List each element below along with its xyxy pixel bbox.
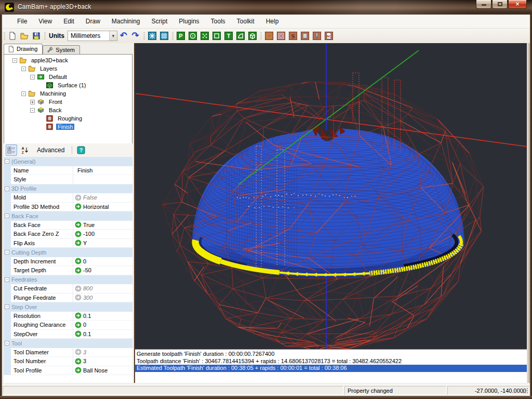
property-row-tool-profile[interactable]: Tool ProfileBall Nose bbox=[4, 366, 132, 376]
property-section--general-[interactable]: -(General) bbox=[4, 157, 132, 166]
tree-item-label[interactable]: Default bbox=[47, 74, 69, 80]
minimize-button[interactable] bbox=[476, 0, 491, 9]
property-section-step-over[interactable]: -Step Over bbox=[4, 302, 132, 312]
menu-item-draw[interactable]: Draw bbox=[80, 16, 106, 27]
collapse-icon[interactable]: - bbox=[5, 214, 9, 218]
draw-rectangle-button[interactable] bbox=[210, 30, 222, 42]
set-value-icon[interactable] bbox=[75, 358, 82, 365]
set-value-icon[interactable] bbox=[75, 203, 82, 210]
menu-item-plugins[interactable]: Plugins bbox=[173, 16, 205, 27]
collapse-icon[interactable]: - bbox=[5, 341, 9, 345]
log-line-3[interactable]: Estimated Toolpath 'Finish' duration : 0… bbox=[135, 365, 527, 372]
menu-item-script[interactable]: Script bbox=[146, 16, 174, 27]
menu-item-view[interactable]: View bbox=[33, 16, 58, 27]
set-value-icon[interactable] bbox=[75, 322, 82, 328]
show-grid-button[interactable] bbox=[158, 30, 170, 42]
tab-system[interactable]: System bbox=[43, 45, 80, 54]
set-value-icon[interactable] bbox=[75, 330, 82, 337]
draw-text-button[interactable]: T bbox=[222, 30, 234, 42]
snap-to-grid-button[interactable] bbox=[146, 30, 158, 42]
collapse-icon[interactable]: - bbox=[12, 58, 17, 63]
property-value[interactable]: -50 bbox=[73, 266, 132, 275]
units-select[interactable]: Millimeters▼ bbox=[68, 31, 117, 41]
set-value-icon[interactable] bbox=[75, 312, 82, 319]
tree-item-surface-1-[interactable]: Surface (1) bbox=[4, 81, 132, 89]
draw-polyline-button[interactable]: P bbox=[175, 30, 187, 42]
property-value[interactable]: 0.1 bbox=[73, 330, 132, 339]
property-row-mold[interactable]: MoldFalse bbox=[4, 193, 132, 203]
property-row-resolution[interactable]: Resolution0.1 bbox=[4, 312, 132, 321]
property-row-name[interactable]: NameFinish bbox=[4, 166, 132, 176]
expand-icon[interactable]: + bbox=[30, 100, 35, 104]
property-row-flip-axis[interactable]: Flip AxisY bbox=[4, 239, 132, 248]
menu-item-toolkit[interactable]: Toolkit bbox=[231, 16, 260, 27]
undo-button[interactable]: ↶ bbox=[117, 30, 129, 42]
tree-item-label[interactable]: Finish bbox=[56, 124, 74, 130]
tree-item-apple3d-back[interactable]: -apple3D+back bbox=[4, 56, 132, 64]
property-row-roughing-clearance[interactable]: Roughing Clearance0 bbox=[4, 321, 132, 330]
property-value[interactable]: 3 bbox=[73, 357, 132, 366]
categorized-view-button[interactable] bbox=[6, 144, 17, 156]
tree-item-label[interactable]: apple3D+back bbox=[30, 57, 70, 63]
property-row-tool-diameter[interactable]: Tool Diameter3 bbox=[4, 348, 132, 357]
resize-grip[interactable] bbox=[522, 388, 529, 394]
mop-drill-button[interactable] bbox=[311, 30, 323, 42]
tree-item-front[interactable]: +Front bbox=[4, 98, 132, 106]
property-row-back-face-zero-z[interactable]: Back Face Zero Z-100 bbox=[4, 230, 132, 239]
draw-circle-button[interactable] bbox=[187, 30, 198, 42]
menu-item-machining[interactable]: Machining bbox=[106, 16, 146, 27]
property-value[interactable]: 0 bbox=[73, 321, 132, 330]
property-row-depth-increment[interactable]: Depth Increment0 bbox=[4, 257, 132, 267]
3d-viewport[interactable] bbox=[135, 43, 527, 349]
collapse-icon[interactable]: - bbox=[30, 75, 35, 79]
property-grid[interactable]: -(General)NameFinishStyle-3D ProfileMold… bbox=[4, 157, 132, 399]
redo-button[interactable]: ↷ bbox=[129, 30, 141, 42]
property-row-profile-3d-method[interactable]: Profile 3D MethodHorizontal bbox=[4, 203, 132, 212]
property-value[interactable]: 300 bbox=[73, 294, 132, 303]
inherited-value-icon[interactable] bbox=[75, 194, 82, 201]
collapse-icon[interactable]: - bbox=[5, 250, 9, 255]
advanced-button[interactable]: Advanced bbox=[33, 145, 69, 155]
help-button[interactable]: ? bbox=[75, 144, 87, 156]
create-gcode-button[interactable]: NC bbox=[323, 30, 335, 42]
property-value[interactable]: -100 bbox=[73, 230, 132, 239]
tree-item-machining[interactable]: -Machining bbox=[4, 89, 132, 98]
message-log[interactable]: Generate toolpath 'Finish' duration : 00… bbox=[135, 349, 527, 383]
mop-engrave-button[interactable]: S bbox=[287, 30, 299, 42]
collapse-icon[interactable]: - bbox=[21, 91, 26, 96]
tree-item-layers[interactable]: -Layers bbox=[4, 64, 132, 73]
property-section-back-face[interactable]: -Back Face bbox=[4, 211, 132, 221]
log-line-2[interactable]: Toolpath distance 'Finish' : 30467.78144… bbox=[135, 358, 527, 365]
property-row-plunge-feedrate[interactable]: Plunge Feedrate300 bbox=[4, 294, 132, 303]
3d-scene-canvas[interactable] bbox=[135, 43, 527, 349]
property-row-style[interactable]: Style bbox=[4, 175, 132, 184]
property-value[interactable]: Ball Nose bbox=[73, 366, 132, 376]
property-section-tool[interactable]: -Tool bbox=[4, 339, 132, 348]
property-row-tool-number[interactable]: Tool Number3 bbox=[4, 357, 132, 366]
property-value[interactable]: Finish bbox=[73, 166, 132, 176]
property-value[interactable]: Y bbox=[73, 239, 132, 248]
chevron-down-icon[interactable]: ▼ bbox=[109, 31, 117, 41]
draw-points-button[interactable] bbox=[198, 30, 210, 42]
inherited-value-icon[interactable] bbox=[75, 349, 82, 355]
collapse-icon[interactable]: - bbox=[5, 159, 9, 164]
close-button[interactable]: × bbox=[508, 0, 527, 9]
menu-item-help[interactable]: Help bbox=[260, 16, 285, 27]
collapse-icon[interactable]: - bbox=[21, 66, 26, 71]
draw-surface-button[interactable] bbox=[246, 30, 258, 42]
tree-item-finish[interactable]: Finish bbox=[4, 123, 132, 131]
new-file-button[interactable] bbox=[6, 30, 18, 42]
tree-item-label[interactable]: Front bbox=[47, 99, 64, 105]
property-value[interactable]: False bbox=[73, 193, 132, 203]
property-value[interactable] bbox=[73, 175, 132, 184]
menu-item-file[interactable]: File bbox=[11, 16, 33, 27]
set-value-icon[interactable] bbox=[75, 231, 82, 237]
mop-lathe-button[interactable] bbox=[263, 30, 275, 42]
property-row-cut-feedrate[interactable]: Cut Feedrate800 bbox=[4, 284, 132, 294]
draw-arc-button[interactable] bbox=[234, 30, 246, 42]
save-file-button[interactable] bbox=[30, 30, 42, 42]
tree-item-label[interactable]: Surface (1) bbox=[56, 82, 87, 88]
property-section-cutting-depth[interactable]: -Cutting Depth bbox=[4, 248, 132, 257]
tree-item-label[interactable]: Machining bbox=[38, 90, 68, 97]
property-value[interactable]: True bbox=[73, 221, 132, 230]
